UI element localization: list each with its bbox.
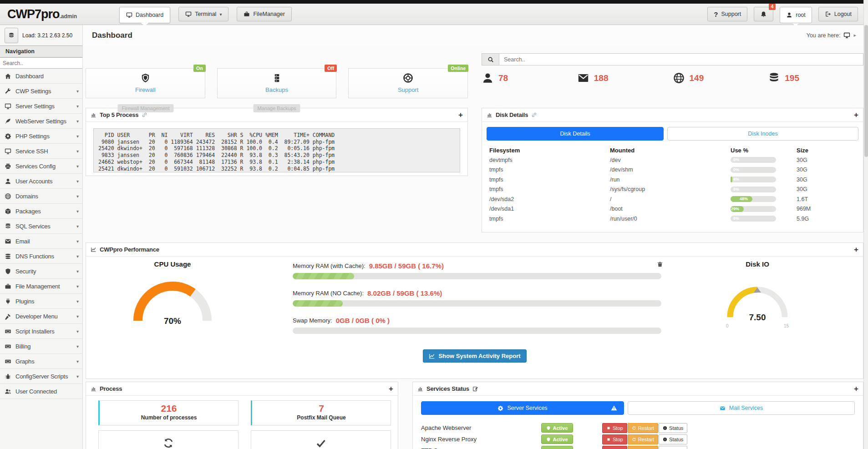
sidebar-item-sql-services[interactable]: SQL Services▾: [0, 219, 82, 234]
page-scrollbar[interactable]: [863, 0, 868, 449]
sidebar-item-graphs[interactable]: Graphs▾: [0, 354, 82, 369]
disk-row: /dev/sda1/boot29%969M: [489, 204, 856, 214]
disk-row: tmpfs/run/user/00%5.9G: [489, 214, 856, 224]
expand-icon[interactable]: +: [854, 385, 858, 393]
load-button[interactable]: [5, 28, 18, 43]
logout-button[interactable]: Logout: [818, 7, 858, 21]
usage-bar: 0%: [731, 157, 776, 163]
stop-button[interactable]: Stop: [602, 434, 627, 444]
service-name: Apache Webserver: [421, 424, 541, 431]
tile-firewall[interactable]: OnFirewall: [86, 68, 205, 98]
status-button[interactable]: Status: [659, 446, 687, 449]
tab-label: Server Services: [507, 405, 547, 411]
service-row-apache-webserver: Apache WebserverActiveStopRestartStatus: [421, 422, 855, 434]
shield-ring-icon: [140, 73, 151, 83]
sidebar-item-plugins[interactable]: Plugins▾: [0, 294, 82, 309]
briefcase-icon: [5, 283, 11, 290]
warning-icon: [611, 405, 617, 411]
support-button[interactable]: ?Support: [707, 7, 747, 21]
sidebar-item-label: Graphs: [15, 358, 34, 365]
stat-db[interactable]: 195: [768, 72, 863, 84]
status-button[interactable]: Status: [659, 423, 687, 433]
status-button[interactable]: Status: [659, 434, 687, 444]
disk-size: 30G: [797, 186, 856, 192]
process-card-number-of-processes[interactable]: 216Number of processes: [98, 400, 239, 425]
sidebar-item-packages[interactable]: Packages▾: [0, 204, 82, 219]
sidebar-item-domains[interactable]: Domains▾: [0, 189, 82, 204]
col-size: Size: [797, 147, 856, 154]
refresh-icon: [163, 438, 174, 449]
dashboard-search-input[interactable]: [499, 54, 863, 65]
link-icon[interactable]: [531, 112, 537, 118]
stat-user[interactable]: 78: [482, 72, 577, 84]
sidebar-item-user-connected[interactable]: User Connected: [0, 384, 82, 399]
sidebar-item-php-settings[interactable]: PHP Settings▾: [0, 129, 82, 144]
monitor-icon[interactable]: [843, 32, 850, 39]
expand-icon[interactable]: +: [854, 246, 858, 253]
sidebar-item-file-management[interactable]: File Management▾: [0, 279, 82, 294]
search-icon[interactable]: [482, 54, 499, 65]
tab-mail-services[interactable]: Mail Services: [628, 401, 855, 415]
restart-button[interactable]: Restart: [628, 423, 658, 433]
sidebar-item-email[interactable]: Email▾: [0, 234, 82, 249]
sidebar-search-input[interactable]: [0, 57, 82, 69]
app-logo[interactable]: CWP7pro.admin: [7, 7, 77, 21]
tile-backups[interactable]: OffBackups: [217, 68, 337, 98]
show-system-activity-report-button[interactable]: Show System Activity Report: [422, 349, 526, 363]
top-nav-dashboard[interactable]: Dashboard: [119, 7, 170, 23]
stat-mail[interactable]: 188: [577, 72, 673, 84]
clear-cache-button[interactable]: [657, 261, 663, 269]
load-cell: Load: 3.21 2.63 2.50: [0, 25, 83, 45]
restart-button[interactable]: Restart: [628, 446, 658, 449]
gauge-min-label: 0: [726, 323, 729, 328]
expand-icon[interactable]: +: [458, 111, 463, 119]
tab-disk-details[interactable]: Disk Details: [487, 127, 664, 141]
user-menu-button[interactable]: root: [780, 7, 812, 23]
scrollbar-thumb[interactable]: [864, 25, 868, 157]
top-nav-filemanager[interactable]: FileManager: [237, 7, 291, 21]
stats-row: 78188149195: [482, 72, 863, 84]
sidebar-item-services-config[interactable]: Services Config▾: [0, 159, 82, 174]
tile-support[interactable]: OnlineSupport: [348, 68, 468, 98]
check-card[interactable]: [251, 430, 391, 449]
notifications-button[interactable]: 4: [754, 7, 773, 21]
sidebar-item-server-settings[interactable]: Server Settings▾: [0, 99, 82, 114]
panel-title: Top 5 Process: [100, 111, 138, 118]
process-card-postfix-mail-queue[interactable]: 7Postfix Mail Queue: [251, 400, 391, 425]
tab-server-services[interactable]: Server Services: [421, 401, 624, 415]
sidebar-item-user-accounts[interactable]: User Accounts▾: [0, 174, 82, 189]
refresh-card[interactable]: [98, 430, 239, 449]
sidebar-item-service-ssh[interactable]: Service SSH▾: [0, 144, 82, 159]
expand-icon[interactable]: +: [389, 385, 393, 393]
sidebar-item-dashboard[interactable]: Dashboard: [0, 69, 82, 84]
sidebar-item-label: PHP Settings: [15, 133, 50, 140]
expand-icon[interactable]: +: [854, 111, 858, 119]
bar-chart-icon: [91, 386, 96, 392]
sidebar-item-dns-functions[interactable]: DNS Functions▾: [0, 249, 82, 264]
chevron-down-icon: ▾: [76, 224, 79, 229]
stop-button[interactable]: Stop: [602, 423, 627, 433]
memory-bar: [293, 273, 661, 279]
stat-value: 149: [690, 73, 704, 83]
stop-button[interactable]: Stop: [602, 446, 627, 449]
package-icon: [5, 208, 11, 215]
stat-globe[interactable]: 149: [673, 72, 768, 84]
printer-icon: [5, 163, 11, 170]
sidebar-item-configserver-scripts[interactable]: ConfigServer Scripts▾: [0, 369, 82, 384]
logout-icon: [825, 11, 831, 17]
tab-disk-inodes[interactable]: Disk Inodes: [667, 127, 858, 141]
mount-point: /run: [610, 177, 731, 183]
sidebar-item-billing[interactable]: Billing▾: [0, 339, 82, 354]
page-title: Dashboard: [92, 31, 132, 40]
restart-button[interactable]: Restart: [628, 434, 658, 444]
chevron-down-icon: ▾: [76, 299, 79, 304]
sidebar-item-script-installers[interactable]: Script Installers▾: [0, 324, 82, 339]
memory-row: Memory RAM (with Cache):9.85GB / 59GB ( …: [293, 261, 661, 279]
sidebar-item-developer-menu[interactable]: Developer Menu▾: [0, 309, 82, 324]
link-icon[interactable]: [142, 112, 147, 118]
edit-icon[interactable]: [472, 386, 478, 392]
sidebar-item-cwp-settings[interactable]: CWP Settings▾: [0, 84, 82, 99]
sidebar-item-webserver-settings[interactable]: WebServer Settings▾: [0, 114, 82, 129]
top-nav-terminal[interactable]: Terminal▾: [178, 7, 228, 21]
sidebar-item-security[interactable]: Security▾: [0, 264, 82, 279]
